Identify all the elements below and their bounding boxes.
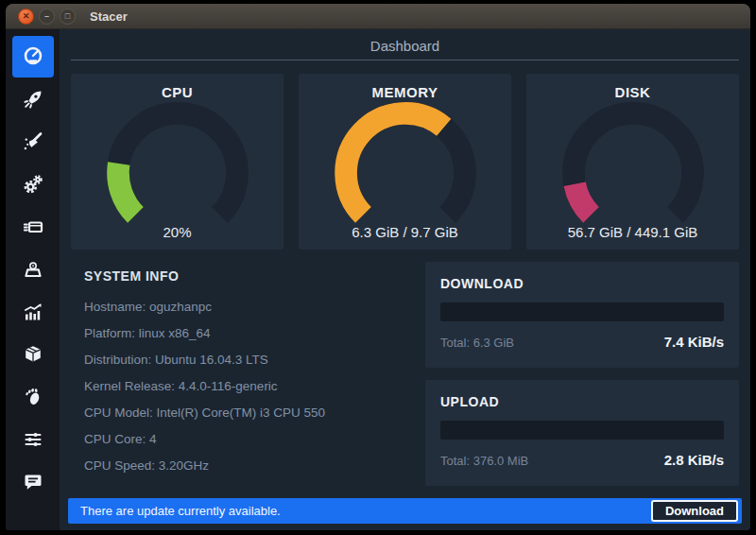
stacer-window: ✕ – □ Stacer — [6, 4, 750, 530]
system-info-panel: SYSTEM INFO Hostname: oguzhanpc Platform… — [71, 262, 425, 487]
sidebar-item-dashboard[interactable] — [12, 36, 54, 78]
rocket-icon — [22, 88, 44, 111]
memory-gauge-title: MEMORY — [372, 84, 438, 100]
page-header: Dashboard — [71, 29, 739, 60]
system-info-cpu-model: CPU Model: Intel(R) Core(TM) i3 CPU 550 — [84, 400, 416, 426]
system-info-platform: Platform: linux x86_64 — [84, 320, 416, 347]
maximize-icon[interactable]: □ — [60, 9, 76, 25]
download-progress-bar — [440, 302, 724, 321]
sidebar-item-services[interactable] — [12, 164, 54, 205]
close-icon[interactable]: ✕ — [18, 9, 34, 25]
gnome-foot-icon — [22, 386, 44, 408]
disk-gauge-card: DISK 56.7 GiB / 449.1 GiB — [526, 74, 739, 250]
upload-card: UPLOAD Total: 376.0 MiB 2.8 KiB/s — [425, 380, 739, 486]
gauges-row: CPU 20% MEMORY 6.3 GiB / 9.7 GiB DISK 56… — [71, 74, 739, 250]
system-info-cpu-core: CPU Core: 4 — [84, 426, 416, 453]
upload-title: UPLOAD — [440, 394, 724, 409]
download-card: DOWNLOAD Total: 6.3 GiB 7.4 KiB/s — [425, 262, 739, 368]
gears-icon — [22, 173, 44, 196]
disk-gauge-value: 56.7 GiB / 449.1 GiB — [526, 224, 739, 240]
sidebar-item-settings[interactable] — [12, 419, 54, 460]
main-content: Dashboard CPU 20% MEMORY 6.3 GiB / 9.7 G… — [60, 29, 750, 530]
system-info-hostname: Hostname: oguzhanpc — [84, 294, 416, 320]
sidebar-item-gnome-settings[interactable] — [12, 376, 54, 418]
sidebar-item-resources[interactable] — [12, 291, 54, 333]
update-notification-message: There are update currently available. — [80, 504, 651, 518]
sliders-icon — [22, 428, 44, 451]
sidebar-item-packages[interactable] — [12, 334, 54, 375]
memory-gauge-value: 6.3 GiB / 9.7 GiB — [299, 224, 511, 240]
download-title: DOWNLOAD — [440, 276, 724, 291]
sidebar-item-uninstaller[interactable] — [12, 249, 54, 290]
memory-gauge-card: MEMORY 6.3 GiB / 9.7 GiB — [299, 74, 511, 250]
package-remove-icon — [22, 258, 44, 281]
broom-icon — [22, 130, 44, 153]
speedometer-icon — [22, 45, 44, 68]
message-icon — [22, 471, 44, 493]
upload-progress-bar — [440, 421, 724, 440]
download-speed: 7.4 KiB/s — [664, 334, 724, 350]
disk-gauge — [562, 102, 704, 225]
system-info-distribution: Distribution: Ubuntu 16.04.3 LTS — [84, 347, 416, 373]
cpu-gauge-value: 20% — [71, 224, 284, 240]
memory-gauge — [335, 102, 476, 225]
sidebar-item-system-cleaner[interactable] — [12, 121, 54, 163]
page-title: Dashboard — [370, 38, 439, 54]
disk-gauge-title: DISK — [615, 84, 651, 100]
bar-chart-icon — [22, 301, 44, 323]
system-info-title: SYSTEM INFO — [84, 268, 416, 284]
system-info-cpu-speed: CPU Speed: 3.20GHz — [84, 453, 416, 479]
minimize-icon[interactable]: – — [39, 9, 55, 25]
sidebar-item-feedback[interactable] — [12, 461, 54, 503]
sidebar-item-startup-apps[interactable] — [12, 78, 54, 120]
window-title: Stacer — [90, 9, 128, 24]
cpu-gauge — [107, 102, 249, 225]
upload-total: Total: 376.0 MiB — [440, 454, 528, 468]
sidebar — [6, 29, 60, 530]
titlebar: ✕ – □ Stacer — [6, 4, 750, 29]
sidebar-item-processes[interactable] — [12, 206, 54, 248]
box-icon — [22, 343, 44, 366]
update-notification-bar: There are update currently available. Do… — [68, 498, 742, 524]
download-total: Total: 6.3 GiB — [440, 336, 514, 350]
process-list-icon — [22, 216, 44, 238]
cpu-gauge-card: CPU 20% — [71, 74, 284, 250]
cpu-gauge-title: CPU — [162, 84, 193, 100]
system-info-kernel: Kernel Release: 4.4.0-116-generic — [84, 373, 416, 400]
upload-speed: 2.8 KiB/s — [664, 452, 724, 468]
download-update-button[interactable]: Download — [651, 500, 738, 522]
